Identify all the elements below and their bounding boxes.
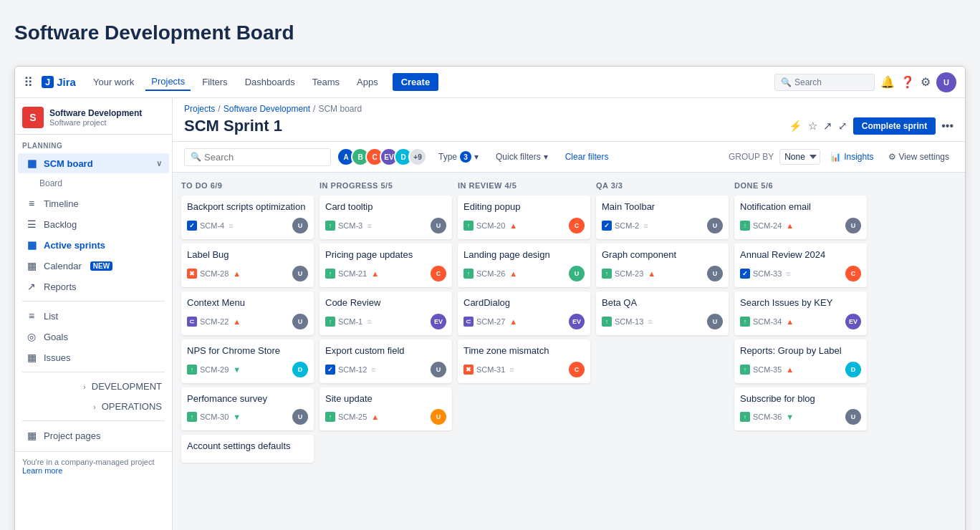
card-meta: ↑SCM-21▲	[325, 269, 379, 279]
column-inprogress: IN PROGRESS 5/5Card tooltip↑SCM-3≡UPrici…	[320, 181, 452, 530]
nav-teams[interactable]: Teams	[307, 74, 345, 90]
sidebar-item-board-sub[interactable]: Board	[32, 174, 169, 193]
user-avatar[interactable]: U	[936, 72, 956, 92]
card[interactable]: Context Menu⊂SCM-22▲U	[181, 292, 314, 335]
card[interactable]: Notification email↑SCM-24▲U	[734, 196, 867, 239]
priority-high-icon: ▲	[509, 269, 517, 278]
settings-icon[interactable]: ⚙	[921, 75, 931, 89]
story-type-icon: ↑	[740, 412, 750, 422]
sidebar-item-scm-board[interactable]: ▦ SCM board ∨	[18, 153, 169, 173]
sidebar-item-timeline[interactable]: ≡ Timeline	[18, 193, 169, 213]
card[interactable]: Reports: Group by Label↑SCM-35▲D	[734, 339, 867, 383]
insights-button[interactable]: 📊 Insights	[826, 149, 878, 165]
bug-type-icon: ✖	[463, 365, 474, 375]
card[interactable]: Site update↑SCM-25▲U	[320, 387, 452, 431]
card[interactable]: Subscribe for blog↑SCM-36▼U	[734, 387, 867, 431]
card-meta: ↑SCM-29▼	[187, 365, 241, 375]
card-meta: ↑SCM-36▼	[740, 412, 794, 422]
nav-icons: 🔔 ❓ ⚙ U	[880, 72, 956, 92]
nav-apps[interactable]: Apps	[351, 74, 384, 90]
priority-high-icon: ▲	[509, 221, 517, 230]
more-options-icon[interactable]: •••	[941, 120, 953, 132]
nav-dashboards[interactable]: Dashboards	[239, 74, 301, 90]
nav-search-box[interactable]: 🔍 Search	[774, 74, 875, 91]
sidebar-item-reports[interactable]: ↗ Reports	[18, 276, 169, 297]
card[interactable]: Pricing page updates↑SCM-21▲C	[320, 244, 452, 287]
card[interactable]: Search Issues by KEY↑SCM-34▲EV	[734, 292, 867, 335]
priority-none-icon: ≡	[648, 317, 652, 326]
card[interactable]: NPS for Chrome Store↑SCM-29▼D	[181, 339, 314, 383]
card-id: SCM-31	[476, 365, 505, 374]
search-icon: 🔍	[781, 77, 792, 87]
priority-high-icon: ▲	[233, 317, 241, 326]
card[interactable]: Account settings defaults	[181, 435, 314, 463]
story-type-icon: ↑	[463, 221, 474, 231]
create-button[interactable]: Create	[393, 73, 438, 91]
board-search-box[interactable]: 🔍	[184, 148, 331, 166]
lightning-icon[interactable]: ⚡	[789, 120, 802, 132]
nav-your-work[interactable]: Your work	[87, 74, 140, 90]
priority-low-icon: ▼	[233, 365, 241, 374]
type-filter-badge: 3	[460, 151, 471, 163]
card-footer: ↑SCM-36▼U	[740, 409, 861, 425]
help-icon[interactable]: ❓	[900, 75, 915, 89]
card[interactable]: Annual Review 2024✓SCM-33≡C	[734, 244, 867, 287]
timeline-icon: ≡	[25, 198, 38, 209]
sidebar-item-active-sprints[interactable]: ▦ Active sprints	[18, 235, 169, 255]
card[interactable]: Label Bug✖SCM-28▲U	[181, 244, 314, 287]
sidebar-item-issues[interactable]: ▦ Issues	[18, 347, 169, 367]
quick-filters-button[interactable]: Quick filters ▾	[490, 149, 554, 165]
card[interactable]: Beta QA↑SCM-13≡U	[596, 292, 729, 335]
quick-filters-dropdown-icon: ▾	[544, 152, 548, 162]
group-by-select[interactable]: None	[779, 149, 820, 165]
complete-sprint-button[interactable]: Complete sprint	[853, 117, 936, 135]
story-type-icon: ↑	[325, 221, 335, 231]
learn-more-link[interactable]: Learn more	[22, 466, 62, 475]
type-filter-button[interactable]: Type 3 ▾	[433, 148, 484, 165]
star-icon[interactable]: ☆	[808, 120, 817, 132]
nav-logo[interactable]: J Jira	[42, 76, 76, 88]
view-settings-button[interactable]: ⚙ View settings	[884, 149, 953, 165]
nav-filters[interactable]: Filters	[196, 74, 233, 90]
card[interactable]: Backport scripts optimization✓SCM-4≡U	[181, 196, 314, 239]
calendar-icon: ▦	[25, 260, 38, 271]
card-footer: ↑SCM-23▲U	[602, 266, 723, 281]
board-search-input[interactable]	[204, 152, 325, 163]
card[interactable]: Editing popup↑SCM-20▲C	[458, 196, 590, 239]
breadcrumb-software-dev[interactable]: Software Development	[224, 104, 310, 114]
card-id: SCM-28	[200, 269, 229, 278]
card[interactable]: CardDialog⊂SCM-27▲EV	[458, 292, 590, 335]
card[interactable]: Time zone mismatch✖SCM-31≡C	[458, 339, 590, 383]
card[interactable]: Export custom field✓SCM-12≡U	[320, 339, 452, 383]
chart-icon: 📊	[830, 152, 841, 162]
card[interactable]: Code Review↑SCM-1≡EV	[320, 292, 452, 335]
nav-projects[interactable]: Projects	[145, 73, 191, 91]
priority-none-icon: ≡	[509, 365, 514, 374]
avatar-stack: A B C EV D +9	[337, 148, 427, 166]
card[interactable]: Graph component↑SCM-23▲U	[596, 244, 729, 287]
clear-filters-button[interactable]: Clear filters	[559, 149, 615, 165]
sidebar-item-goals[interactable]: ◎ Goals	[18, 327, 169, 347]
sidebar-item-list[interactable]: ≡ List	[18, 306, 169, 326]
card[interactable]: Perfomance survey↑SCM-30▼U	[181, 387, 314, 431]
card[interactable]: Landing page design↑SCM-26▲U	[458, 244, 590, 287]
breadcrumb-projects[interactable]: Projects	[184, 104, 215, 114]
sidebar-development-toggle[interactable]: › DEVELOPMENT	[18, 377, 169, 396]
fullscreen-icon[interactable]: ⤢	[838, 120, 847, 132]
column-header-qa: QA 3/3	[596, 181, 729, 196]
avatar-more[interactable]: +9	[408, 148, 427, 166]
sidebar-item-backlog[interactable]: ☰ Backlog	[18, 214, 169, 234]
card[interactable]: Main Toolbar✓SCM-2≡U	[596, 196, 729, 239]
sidebar-item-project-pages[interactable]: ▦ Project pages	[18, 425, 169, 445]
grid-icon[interactable]: ⠿	[24, 74, 33, 90]
sidebar-item-calendar[interactable]: ▦ Calendar NEW	[18, 256, 169, 276]
card-id: SCM-33	[753, 269, 782, 278]
sidebar-operations-toggle[interactable]: › OPERATIONS	[18, 397, 169, 416]
share-icon[interactable]: ↗	[823, 120, 832, 132]
notifications-icon[interactable]: 🔔	[880, 75, 895, 89]
content-area: Projects / Software Development / SCM bo…	[173, 98, 965, 530]
issues-icon: ▦	[25, 352, 38, 363]
list-icon: ≡	[25, 310, 38, 322]
card-avatar: U	[431, 362, 446, 377]
card[interactable]: Card tooltip↑SCM-3≡U	[320, 196, 452, 239]
